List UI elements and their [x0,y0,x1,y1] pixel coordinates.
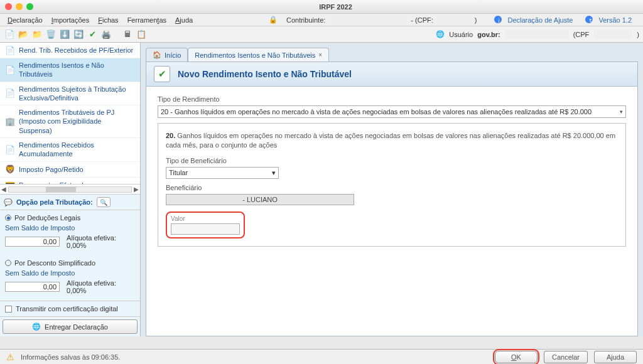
tool-calc-icon[interactable]: 🖩 [122,29,133,40]
tax-option-simplificado: Por Desconto Simplificado Sem Saldo de I… [0,255,140,301]
window-title: IRPF 2022 [33,3,638,11]
sem-saldo-label-2: Sem Saldo de Imposto [5,269,135,277]
valor-input[interactable] [171,223,240,235]
doc-icon: 📄 [5,65,15,75]
radio-deducoes[interactable] [5,215,11,221]
tool-receipt-icon[interactable]: 📋 [136,29,147,40]
cpf-value [438,16,470,24]
globe-icon: 🌐 [32,323,41,331]
window-titlebar: IRPF 2022 [0,0,643,14]
navitem-rend-exclusiva[interactable]: 📄Rendimentos Sujeitos à Tributação Exclu… [0,82,140,106]
saldo-deducoes-value: 0,00 [5,237,60,247]
navitem-rend-trib-pj[interactable]: 🏢Rendimentos Tributáveis de PJ (Imposto … [0,105,140,138]
tool-new-icon[interactable]: 📄 [4,29,15,40]
rendimento-description: 20. Ganhos líquidos em operações no merc… [166,131,618,151]
status-text: Informações salvas às 09:06:35. [21,353,120,361]
window-controls [5,3,33,10]
tipo-beneficiario-label: Tipo de Beneficiário [166,157,618,164]
page-title: Novo Rendimento Isento e Não Tributável [178,69,352,79]
globe-icon: 🌐 [436,30,445,38]
tipo-rendimento-label: Tipo de Rendimento [158,95,626,103]
doc-icon: 📄 [5,88,15,99]
content-area: 🏠 Início Rendimentos Isentos e Não Tribu… [141,43,643,336]
navitem-pagamentos[interactable]: 💳Pagamentos Efetuados [0,178,140,184]
usuario-blank [505,30,568,38]
menu-declaracao[interactable]: Declaração [4,15,46,25]
cert-digital-checkbox[interactable] [5,306,12,313]
nav-list: 📄Rend. Trib. Recebidos de PF/Exterior 📄R… [0,43,140,184]
toolbar: 📄 📂 📁 🗑️ ⬇️ 🔄 ✔ 🖨️ 🖩 📋 🌐 Usuário gov.br:… [0,26,643,43]
beneficiario-value: - LUCIANO [166,194,354,205]
tool-check-icon[interactable]: ✔ [87,29,98,40]
cpf-label: - (CPF: [407,15,436,25]
saldo-simpl-value: 0,00 [5,282,60,292]
entregar-button[interactable]: 🌐 Entregar Declaração [3,319,138,334]
valor-highlight: Valor [166,211,245,238]
tab-inicio[interactable]: 🏠 Início [146,48,188,62]
doc-icon: 📄 [5,45,15,55]
chevron-down-icon: ▾ [620,109,623,115]
cancel-button[interactable]: Cancelar [544,351,588,363]
form-area: Tipo de Rendimento 20 - Ganhos líquidos … [146,87,638,336]
chat-icon: 💬 [4,198,13,206]
magnify-button[interactable]: 🔍 [97,197,111,207]
scroll-right-icon[interactable]: ▶ [134,186,139,193]
scroll-left-icon[interactable]: ◀ [1,186,6,193]
tax-option-deducoes: Por Deduções Legais Sem Saldo de Imposto… [0,210,140,255]
help-button[interactable]: Ajuda [594,351,637,363]
tool-restore-icon[interactable]: 🔄 [73,29,84,40]
doc-check-icon: ✔ [154,66,170,82]
tab-strip: 🏠 Início Rendimentos Isentos e Não Tribu… [146,48,638,62]
building-icon: 🏢 [5,117,15,127]
beneficiario-label: Beneficiário [166,184,618,191]
menu-bar: Declaração Importações Fichas Ferramenta… [0,14,643,26]
minimize-window-icon[interactable] [16,3,23,10]
rendimento-details: 20. Ganhos líquidos em operações no merc… [158,123,626,247]
home-icon: 🏠 [153,51,161,59]
opcao-tributacao-header: 💬 Opção pela Tributação: 🔍 [0,194,140,210]
usuario-label: Usuário [449,31,473,38]
doc-icon: 📄 [5,144,15,154]
delivery-row: 🌐 Entregar Declaração [0,316,140,336]
menu-fichas[interactable]: Fichas [94,15,122,25]
info-icon: i [494,16,502,23]
warning-icon: ⚠ [6,352,14,362]
tab-rendimentos-isentos[interactable]: Rendimentos Isentos e Não Tributáveis × [188,48,329,62]
close-window-icon[interactable] [5,3,12,10]
tool-print-icon[interactable]: 🖨️ [100,29,112,40]
menu-ferramentas[interactable]: Ferramentas [124,15,170,25]
tipo-beneficiario-select[interactable]: Titular ▾ [166,167,279,179]
navitem-rend-acumulado[interactable]: 📄Rendimentos Recebidos Acumuladamente [0,138,140,162]
navitem-imposto-pago[interactable]: 🦁Imposto Pago/Retido [0,162,140,178]
refresh-icon: ↻ [585,16,593,23]
status-bar: ⚠ Informações salvas às 09:06:35. OK Can… [0,349,643,364]
declaracao-ajuste-link[interactable]: iDeclaração de Ajuste [490,14,580,25]
chevron-down-icon: ▾ [272,169,276,177]
menu-ajuda[interactable]: Ajuda [171,15,197,25]
lion-icon: 🦁 [5,164,15,174]
transmit-row: Transmitir com certificação digital [0,301,140,316]
sem-saldo-label: Sem Saldo de Imposto [5,224,135,232]
menu-importacoes[interactable]: Importações [48,15,94,25]
radio-simplificado[interactable] [5,260,11,266]
sidebar: 📄Rend. Trib. Recebidos de PF/Exterior 📄R… [0,43,141,336]
tipo-rendimento-select[interactable]: 20 - Ganhos líquidos em operações no mer… [158,105,626,118]
usuario-value: gov.br: [477,31,500,38]
navitem-rend-isentos[interactable]: 📄Rendimentos Isentos e Não Tributáveis [0,58,140,82]
ok-button[interactable]: OK [495,351,538,363]
sidebar-hscroll[interactable]: ◀ ▶ [0,184,140,194]
tool-open-icon[interactable]: 📂 [18,29,29,40]
lock-icon: 🔒 [265,14,281,25]
page-header: ✔ Novo Rendimento Isento e Não Tributáve… [146,62,638,87]
navitem-rend-trib-pf[interactable]: 📄Rend. Trib. Recebidos de PF/Exterior [0,43,140,58]
tool-delete-icon[interactable]: 🗑️ [45,29,57,40]
versao-link[interactable]: ↻Versão 1.2 [581,14,639,25]
contribuinte-value [330,16,406,24]
tool-save-icon[interactable]: 📁 [31,29,43,40]
contribuinte-label: Contribuinte: [283,15,329,25]
valor-label: Valor [171,215,240,222]
zoom-window-icon[interactable] [26,3,33,10]
tool-import-icon[interactable]: ⬇️ [59,29,70,40]
close-tab-icon[interactable]: × [318,51,322,58]
